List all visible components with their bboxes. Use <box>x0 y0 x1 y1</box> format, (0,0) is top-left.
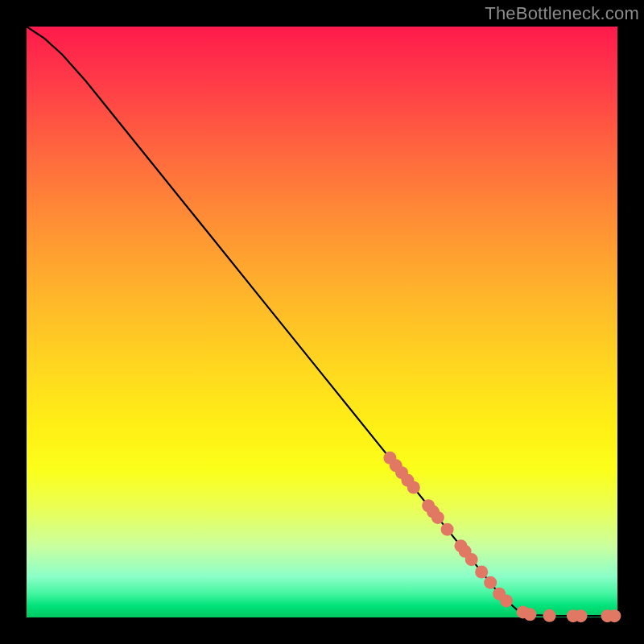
chart-marker <box>407 481 420 494</box>
chart-marker <box>484 576 497 589</box>
chart-marker <box>441 523 454 536</box>
chart-marker <box>574 609 587 622</box>
chart-svg <box>27 27 617 617</box>
chart-marker <box>475 565 488 578</box>
chart-markers <box>383 452 621 622</box>
chart-marker <box>608 609 621 622</box>
chart-marker <box>431 511 444 524</box>
chart-marker <box>465 553 478 566</box>
chart-marker <box>523 608 536 621</box>
attribution-text: TheBottleneck.com <box>485 3 639 24</box>
chart-curve <box>27 27 617 616</box>
chart-marker <box>500 594 513 607</box>
chart-marker <box>543 609 556 622</box>
